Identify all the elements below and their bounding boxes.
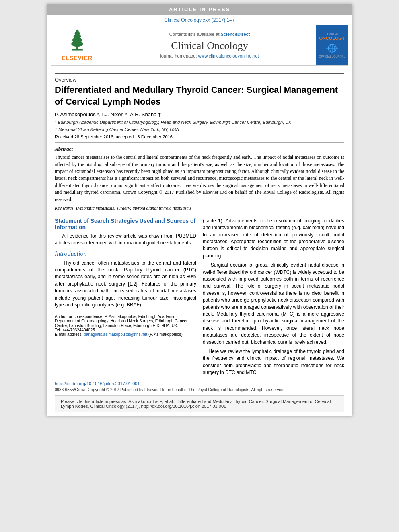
search-strategies-text: All evidence for this review article was… [55, 233, 196, 247]
divider-top [55, 73, 344, 74]
journal-header-center: Contents lists available at ScienceDirec… [103, 25, 316, 65]
right-para2: Surgical excision of gross, clinically e… [203, 262, 344, 346]
right-column: (Table 1). Advancements in the resolutio… [203, 218, 344, 379]
elsevier-logo-area: ELSEVIER [51, 25, 103, 65]
footnote-tel: Tel: +44-79324404025. [55, 328, 196, 332]
journal-title: Clinical Oncology [171, 40, 248, 52]
right-para3-text: Here we review the lymphatic drainage of… [203, 349, 344, 375]
homepage-url[interactable]: www.clinicaloncologyonline.net [198, 53, 259, 58]
keywords-values: Lymphatic metastasis; surgery; thyroid g… [76, 205, 191, 210]
keywords-line: Key words: Lymphatic metastasis; surgery… [55, 205, 344, 210]
received-dates: Received 28 September 2016; accepted 13 … [55, 134, 344, 139]
left-column: Statement of Search Strategies Used and … [55, 218, 196, 379]
article-title: Differentiated and Medullary Thyroid Can… [55, 84, 344, 107]
footnote-email-prefix: E-mail address: [55, 332, 84, 337]
keywords-label: Key words: [55, 205, 75, 210]
footnote-author: Author for correspondence: P. Asimakopou… [55, 314, 196, 328]
svg-point-6 [76, 30, 78, 33]
elsevier-text: ELSEVIER [62, 55, 93, 61]
page: ARTICLE IN PRESS Clinical Oncology xxx (… [47, 4, 352, 416]
search-strategies-body: All evidence for this review article was… [55, 233, 196, 246]
svg-rect-1 [72, 49, 83, 51]
journal-badge: CLINICAL ONCOLOGY OFFICIAL JOURNAL [316, 25, 348, 65]
two-column-layout: Statement of Search Strategies Used and … [55, 218, 344, 379]
overview-label: Overview [55, 77, 344, 83]
oncology-badge: CLINICAL ONCOLOGY OFFICIAL JOURNAL [316, 29, 348, 61]
elsevier-tree-icon [63, 29, 91, 53]
abstract-text: Thyroid cancer metastasises to the centr… [55, 154, 344, 203]
divider-abstract-top [55, 142, 344, 143]
copyright-line: 0936-6555/Crown Copyright © 2017 Publish… [55, 388, 344, 392]
affiliation2: † Memorial Sloan Kettering Cancer Center… [55, 127, 344, 132]
doi-link[interactable]: http://dx.doi.org/10.1016/j.clon.2017.01… [55, 381, 344, 386]
right-para2-text: Surgical excision of gross, clinically e… [203, 262, 344, 345]
cite-text: Please cite this article in press as: As… [61, 399, 331, 409]
introduction-text: Thyroid cancer often metastasises to the… [55, 260, 196, 309]
journal-homepage: journal homepage: www.clinicaloncologyon… [160, 53, 259, 58]
abstract-title: Abstract [55, 146, 344, 152]
authors: P. Asimakopoulos *, I.J. Nixon *, A.R. S… [55, 111, 344, 117]
sciencedirect-line: Contents lists available at ScienceDirec… [169, 32, 250, 37]
sciencedirect-prefix: Contents lists available at [169, 32, 221, 37]
main-content: Overview Differentiated and Medullary Th… [47, 66, 352, 416]
article-in-press-label: ARTICLE IN PRESS [169, 6, 230, 12]
abstract-section: Abstract Thyroid cancer metastasises to … [55, 146, 344, 210]
search-strategies-title: Statement of Search Strategies Used and … [55, 218, 196, 230]
cite-box: Please cite this article in press as: As… [55, 395, 344, 412]
right-para1: (Table 1). Advancements in the resolutio… [203, 218, 344, 259]
sciencedirect-link[interactable]: ScienceDirect [221, 32, 250, 37]
elsevier-logo: ELSEVIER [62, 29, 93, 61]
homepage-prefix: journal homepage: [160, 53, 198, 58]
introduction-body: Thyroid cancer often metastasises to the… [55, 260, 196, 308]
divider-body-top [55, 214, 344, 214]
affiliation1: * Edinburgh Academic Department of Otola… [55, 120, 344, 125]
author-names: P. Asimakopoulos *, I.J. Nixon *, A.R. S… [55, 111, 161, 117]
journal-ref: Clinical Oncology xxx (2017) 1–7 [47, 15, 352, 25]
journal-header: ELSEVIER Contents lists available at Sci… [51, 25, 348, 66]
footnote-email-link[interactable]: panagiotis.asimakopoulos@nhs.net [84, 332, 147, 337]
badge-graphic-icon [322, 42, 342, 54]
footnote-email-line: E-mail address: panagiotis.asimakopoulos… [55, 332, 196, 337]
article-in-press-bar: ARTICLE IN PRESS [47, 4, 352, 15]
right-para3: Here we review the lymphatic drainage of… [203, 348, 344, 376]
footnote-email-suffix: (P. Asimakopoulos). [147, 332, 183, 337]
introduction-title: Introduction [55, 250, 196, 257]
footnote-area: Author for correspondence: P. Asimakopou… [55, 312, 196, 337]
